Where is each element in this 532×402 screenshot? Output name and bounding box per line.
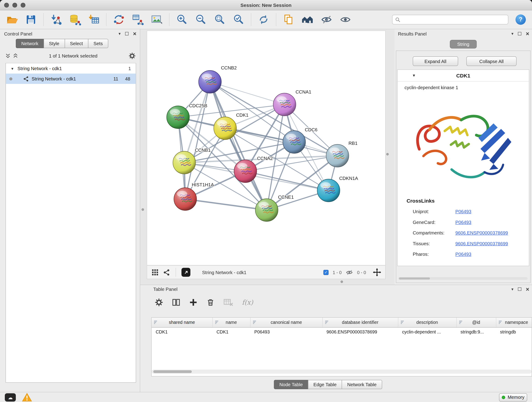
column-header-canonical-name[interactable]: canonical name <box>250 318 322 327</box>
save-session-button[interactable] <box>23 12 39 27</box>
gear-icon[interactable] <box>155 298 163 307</box>
column-header-namespace[interactable]: namespace <box>496 318 532 327</box>
export-image-button[interactable] <box>149 12 165 27</box>
open-in-new-window-button[interactable] <box>181 268 190 277</box>
hidden-eye-slash-icon[interactable] <box>346 269 353 276</box>
panel-menu-icon[interactable]: ▾ <box>511 32 513 36</box>
network-row-selected[interactable]: String Network - cdk1 11 48 <box>6 74 136 84</box>
network-edge[interactable] <box>245 171 329 191</box>
show-all-button[interactable] <box>337 12 353 27</box>
protein-card: ▼ CDK1 cyclin-dependent kinase 1 <box>397 70 529 266</box>
memory-button[interactable]: Memory <box>499 393 527 401</box>
selected-count-checkbox[interactable]: ✓ <box>323 270 329 275</box>
table-horizontal-scrollbar[interactable] <box>152 370 532 374</box>
birds-eye-toggle-icon[interactable] <box>373 268 381 276</box>
column-header-database-identifier[interactable]: database identifier <box>322 318 398 327</box>
cell-namespace[interactable]: stringdb <box>496 327 532 337</box>
zoom-in-button[interactable] <box>174 12 190 27</box>
table-row[interactable]: CDK1 CDK1 P06493 9606.ENSP00000378699 cy… <box>152 327 532 337</box>
tab-sets[interactable]: Sets <box>88 39 108 48</box>
results-scrollbar[interactable] <box>399 277 528 280</box>
cell-database-identifier[interactable]: 9606.ENSP00000378699 <box>322 327 398 337</box>
cloud-button[interactable]: ☁ <box>5 393 16 401</box>
splitter-handle[interactable] <box>142 208 144 211</box>
import-network-from-database-button[interactable] <box>67 12 83 27</box>
import-network-from-file-button[interactable] <box>48 12 64 27</box>
grid-view-icon[interactable] <box>151 269 159 276</box>
search-input[interactable] <box>403 17 505 22</box>
new-network-button[interactable] <box>111 12 127 27</box>
float-panel-icon[interactable] <box>125 32 128 36</box>
network-node-ccnb2[interactable]: CCNB2 <box>199 65 237 93</box>
network-canvas[interactable]: CCNB2CCNA1CDC25BCDK1CDC6RB1CCNB1CCNA2CDK… <box>147 31 386 266</box>
crosslink-link[interactable]: P06493 <box>456 209 472 214</box>
cell-shared-name[interactable]: CDK1 <box>152 327 213 337</box>
cell-name[interactable]: CDK1 <box>212 327 250 337</box>
tab-network-table[interactable]: Network Table <box>342 380 382 389</box>
open-session-button[interactable] <box>4 12 20 27</box>
column-header-id[interactable]: @id <box>456 318 496 327</box>
tab-network[interactable]: Network <box>16 39 44 48</box>
zoom-fit-button[interactable] <box>212 12 228 27</box>
expand-all-icon[interactable] <box>13 53 18 58</box>
scrollbar-thumb[interactable] <box>153 370 192 373</box>
section-collapse-icon[interactable]: ▼ <box>412 73 416 77</box>
tab-edge-table[interactable]: Edge Table <box>308 380 342 389</box>
crosslink-link[interactable]: 9606.ENSP00000378699 <box>456 241 508 246</box>
tab-style[interactable]: Style <box>44 39 65 48</box>
network-graph[interactable]: CCNB2CCNA1CDC25BCDK1CDC6RB1CCNB1CCNA2CDK… <box>147 31 386 266</box>
collapse-all-icon[interactable] <box>6 53 10 58</box>
new-network-from-table-button[interactable] <box>130 12 146 27</box>
gear-icon[interactable] <box>128 52 136 59</box>
delete-column-icon[interactable] <box>206 298 215 307</box>
splitter-handle[interactable] <box>386 153 389 156</box>
zoom-selected-button[interactable] <box>231 12 247 27</box>
crosslink-link[interactable]: P06493 <box>456 252 472 257</box>
splitter-handle[interactable] <box>341 281 343 283</box>
network-node-hist1h1a[interactable]: HIST1H1A <box>174 182 214 211</box>
network-edge[interactable] <box>210 82 267 210</box>
cell-description[interactable]: cyclin-dependent ... <box>398 327 456 337</box>
network-node-ccna1[interactable]: CCNA1 <box>273 89 311 116</box>
close-panel-icon[interactable]: × <box>133 31 137 37</box>
import-network-file-icon <box>50 13 62 26</box>
zoom-out-button[interactable] <box>193 12 209 27</box>
hide-selected-button[interactable] <box>319 12 335 27</box>
protein-card-header[interactable]: ▼ CDK1 <box>398 70 529 82</box>
apply-layout-button[interactable] <box>256 12 272 27</box>
network-node-ccnb1[interactable]: CCNB1 <box>173 148 211 174</box>
column-header-description[interactable]: description <box>398 318 456 327</box>
panel-menu-icon[interactable]: ▾ <box>511 287 513 291</box>
share-view-icon[interactable] <box>163 269 170 276</box>
import-table-from-file-button[interactable] <box>86 12 102 27</box>
crosslink-link[interactable]: 9606.ENSP00000378699 <box>456 230 508 236</box>
float-panel-icon[interactable] <box>518 287 521 291</box>
tree-collapse-icon[interactable]: ▼ <box>11 66 14 70</box>
network-edge[interactable] <box>210 82 285 104</box>
close-panel-icon[interactable]: × <box>526 31 529 37</box>
float-panel-icon[interactable] <box>518 32 521 36</box>
tab-node-table[interactable]: Node Table <box>274 380 308 389</box>
copy-document-button[interactable] <box>281 12 297 27</box>
network-edge[interactable] <box>185 199 267 210</box>
warning-icon[interactable] <box>22 393 32 402</box>
columns-icon[interactable] <box>172 298 181 307</box>
network-node-label: CCNB2 <box>221 65 237 70</box>
cell-canonical-name[interactable]: P06493 <box>250 327 322 337</box>
network-node-rb1[interactable]: RB1 <box>326 141 358 167</box>
tab-select[interactable]: Select <box>64 39 88 48</box>
crosslink-link[interactable]: P06493 <box>456 220 472 225</box>
collapse-all-button[interactable]: Collapse All <box>467 56 517 66</box>
help-button[interactable]: ? <box>515 14 526 25</box>
panel-menu-icon[interactable]: ▾ <box>119 32 121 36</box>
network-collection-row[interactable]: ▼ String Network - cdk1 1 <box>6 63 136 74</box>
neighbors-button[interactable] <box>300 12 316 27</box>
network-node-cdk1[interactable]: CDK1 <box>214 113 249 140</box>
add-column-icon[interactable] <box>189 298 198 307</box>
column-header-name[interactable]: name <box>212 318 250 327</box>
cell-id[interactable]: stringdb:9... <box>456 327 496 337</box>
expand-all-button[interactable]: Expand All <box>413 56 458 66</box>
close-panel-icon[interactable]: × <box>526 286 529 292</box>
tab-string[interactable]: String <box>450 40 477 49</box>
column-header-shared-name[interactable]: shared name <box>152 318 213 327</box>
